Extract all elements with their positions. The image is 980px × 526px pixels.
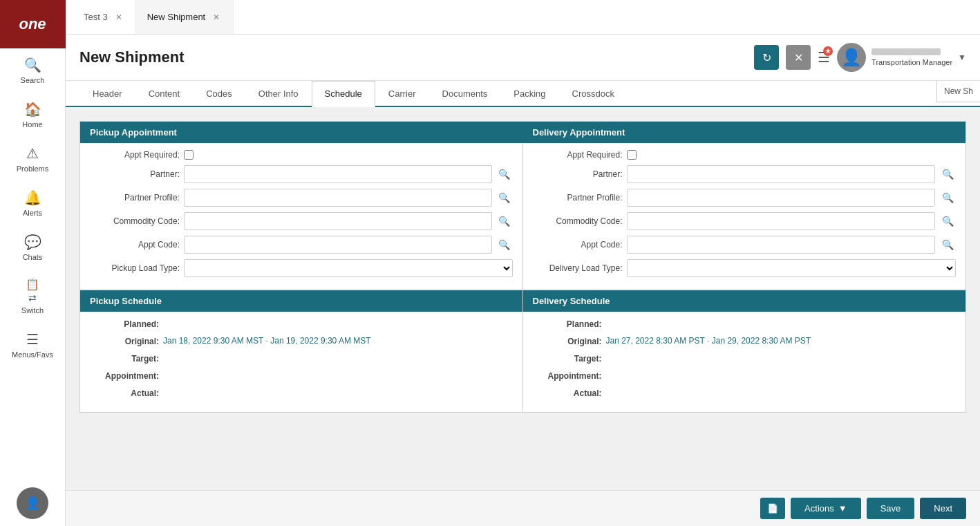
pickup-appt-code-label: Appt Code: bbox=[90, 240, 180, 250]
tab-content[interactable]: Content bbox=[135, 81, 194, 107]
page-title: New Shipment bbox=[79, 48, 185, 66]
pickup-appt-required-checkbox[interactable] bbox=[184, 150, 194, 160]
delivery-commodity-code-input[interactable] bbox=[627, 212, 936, 230]
pickup-original-link[interactable]: Jan 18, 2022 9:30 AM MST · Jan 19, 2022 … bbox=[163, 336, 371, 346]
delivery-commodity-code-search-icon[interactable]: 🔍 bbox=[939, 213, 956, 229]
content-tabs-bar: Header Content Codes Other Info Schedule… bbox=[66, 81, 980, 107]
delivery-appt-code-search-icon[interactable]: 🔍 bbox=[939, 236, 956, 253]
pickup-appt-code-input[interactable] bbox=[184, 236, 492, 254]
delivery-appointment-header: Delivery Appointment bbox=[523, 122, 966, 143]
next-button[interactable]: Next bbox=[920, 498, 966, 519]
sidebar: one 🔍 Search 🏠 Home ⚠ Problems 🔔 Alerts … bbox=[0, 0, 66, 526]
pickup-commodity-code-search-icon[interactable]: 🔍 bbox=[496, 213, 513, 229]
sidebar-item-menus[interactable]: ☰ Menus/Favs bbox=[0, 323, 65, 367]
tab-header[interactable]: Header bbox=[79, 81, 135, 107]
save-button[interactable]: Save bbox=[867, 498, 915, 519]
top-tabs-bar: Test 3 ✕ New Shipment ✕ bbox=[66, 0, 980, 35]
problems-icon: ⚠ bbox=[26, 145, 39, 162]
tab-schedule[interactable]: Schedule bbox=[312, 81, 375, 107]
chats-icon: 💬 bbox=[24, 234, 41, 250]
pickup-partner-search-icon[interactable]: 🔍 bbox=[496, 166, 513, 182]
delivery-partner-label: Partner: bbox=[533, 169, 623, 179]
user-dropdown-arrow[interactable]: ▼ bbox=[958, 53, 966, 62]
sidebar-item-chats[interactable]: 💬 Chats bbox=[0, 225, 65, 270]
pickup-appointment-header: Pickup Appointment bbox=[80, 122, 523, 143]
menu-button[interactable]: ☰ ★ bbox=[818, 49, 830, 66]
pickup-partner-row: Partner: 🔍 bbox=[90, 165, 513, 183]
delivery-appt-code-input[interactable] bbox=[627, 236, 936, 254]
sidebar-user-avatar[interactable]: 👤 bbox=[17, 487, 48, 519]
user-avatar: 👤 bbox=[837, 43, 866, 72]
pickup-partner-profile-search-icon[interactable]: 🔍 bbox=[496, 189, 513, 206]
sidebar-item-search[interactable]: 🔍 Search bbox=[0, 48, 65, 93]
pickup-partner-profile-label: Partner Profile: bbox=[90, 193, 180, 203]
sidebar-label-chats: Chats bbox=[23, 253, 43, 261]
actions-button[interactable]: Actions ▼ bbox=[791, 498, 861, 519]
pickup-commodity-code-input[interactable] bbox=[184, 212, 492, 230]
pickup-original-label: Original: bbox=[90, 336, 159, 346]
delivery-appt-required-row: Appt Required: bbox=[533, 150, 957, 160]
save-doc-button[interactable]: 📄 bbox=[760, 498, 785, 519]
delivery-target-label: Target: bbox=[533, 353, 602, 364]
sidebar-label-menus: Menus/Favs bbox=[12, 350, 53, 359]
user-role: Transportation Manager bbox=[871, 58, 952, 66]
sidebar-item-alerts[interactable]: 🔔 Alerts bbox=[0, 181, 65, 225]
save-doc-icon: 📄 bbox=[767, 503, 778, 514]
delivery-load-type-row: Delivery Load Type: bbox=[533, 259, 957, 277]
sidebar-item-problems[interactable]: ⚠ Problems bbox=[0, 137, 65, 181]
app-logo[interactable]: one bbox=[0, 0, 66, 48]
pickup-appointment-form: Appt Required: Partner: 🔍 Partner Profil… bbox=[80, 143, 523, 290]
delivery-schedule-form: Planned: Original: Jan 27, 2022 8:30 AM … bbox=[523, 312, 966, 412]
refresh-button[interactable]: ↻ bbox=[754, 45, 779, 70]
sidebar-label-search: Search bbox=[21, 76, 45, 84]
sidebar-item-home[interactable]: 🏠 Home bbox=[0, 93, 65, 137]
actions-label: Actions bbox=[804, 503, 834, 514]
delivery-partner-profile-search-icon[interactable]: 🔍 bbox=[939, 189, 956, 206]
tab-codes[interactable]: Codes bbox=[193, 81, 245, 107]
new-tab-badge[interactable]: New Sh bbox=[936, 81, 980, 102]
delivery-commodity-code-label: Commodity Code: bbox=[533, 216, 623, 226]
pickup-load-type-select[interactable] bbox=[184, 259, 513, 277]
page-header: New Shipment ↻ ✕ ☰ ★ 👤 Transportation Ma… bbox=[66, 35, 980, 81]
top-tab-test3[interactable]: Test 3 ✕ bbox=[73, 0, 136, 34]
tab-packing[interactable]: Packing bbox=[500, 81, 558, 107]
main-area: Test 3 ✕ New Shipment ✕ New Shipment ↻ ✕… bbox=[66, 0, 980, 526]
delivery-original-link[interactable]: Jan 27, 2022 8:30 AM PST · Jan 29, 2022 … bbox=[606, 336, 811, 346]
delivery-planned-row: Planned: bbox=[533, 319, 957, 329]
switch-icon-top: 📋 bbox=[26, 278, 39, 291]
schedule-section: Pickup Schedule Delivery Schedule Planne… bbox=[79, 290, 966, 413]
tab-other-info[interactable]: Other Info bbox=[245, 81, 312, 107]
menus-icon: ☰ bbox=[26, 331, 39, 348]
close-button[interactable]: ✕ bbox=[786, 45, 811, 70]
delivery-partner-row: Partner: 🔍 bbox=[533, 165, 957, 183]
delivery-load-type-label: Delivery Load Type: bbox=[533, 263, 623, 273]
tab-new-shipment-close[interactable]: ✕ bbox=[211, 12, 222, 23]
pickup-actual-label: Actual: bbox=[90, 388, 159, 398]
tab-test3-close[interactable]: ✕ bbox=[113, 12, 124, 23]
pickup-partner-profile-row: Partner Profile: 🔍 bbox=[90, 189, 513, 207]
tab-carrier[interactable]: Carrier bbox=[375, 81, 429, 107]
delivery-appt-required-checkbox[interactable] bbox=[627, 150, 637, 160]
top-tab-new-shipment[interactable]: New Shipment ✕ bbox=[136, 0, 234, 34]
pickup-partner-input[interactable] bbox=[184, 165, 492, 183]
pickup-commodity-code-label: Commodity Code: bbox=[90, 216, 180, 226]
search-icon: 🔍 bbox=[24, 57, 41, 73]
user-profile[interactable]: 👤 Transportation Manager ▼ bbox=[837, 43, 966, 72]
delivery-appt-code-row: Appt Code: 🔍 bbox=[533, 236, 957, 254]
delivery-partner-search-icon[interactable]: 🔍 bbox=[939, 166, 956, 182]
pickup-appt-code-search-icon[interactable]: 🔍 bbox=[496, 236, 513, 253]
delivery-partner-profile-input[interactable] bbox=[627, 189, 936, 207]
delivery-original-label: Original: bbox=[533, 336, 602, 346]
delivery-load-type-select[interactable] bbox=[627, 259, 957, 277]
pickup-partner-label: Partner: bbox=[90, 169, 180, 179]
delivery-partner-input[interactable] bbox=[627, 165, 936, 183]
tab-crossdock[interactable]: Crossdock bbox=[559, 81, 628, 107]
delivery-schedule-header: Delivery Schedule bbox=[523, 290, 966, 312]
avatar-person-icon: 👤 bbox=[841, 48, 862, 67]
pickup-actual-row: Actual: bbox=[90, 388, 513, 398]
pickup-partner-profile-input[interactable] bbox=[184, 189, 492, 207]
delivery-appt-code-label: Appt Code: bbox=[533, 240, 623, 250]
sidebar-item-switch[interactable]: 📋 ⇄ Switch bbox=[0, 270, 65, 323]
pickup-appointment-label: Appointment: bbox=[90, 370, 159, 381]
tab-documents[interactable]: Documents bbox=[429, 81, 501, 107]
